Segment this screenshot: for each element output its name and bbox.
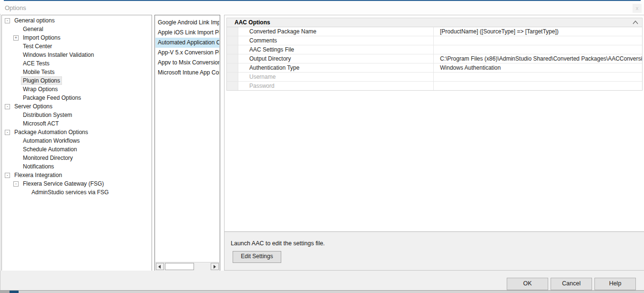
- tree-item-server-options[interactable]: -Server Options: [2, 102, 54, 111]
- property-label: AAC Settings File: [238, 45, 434, 54]
- options-dialog: Options x -General options General +Impo…: [0, 0, 644, 293]
- property-value-field: [437, 73, 642, 81]
- scrollbar-thumb[interactable]: [165, 263, 194, 270]
- arrow-left-icon: [158, 265, 161, 269]
- list-item-microsoft-intune-app-conversion[interactable]: Microsoft Intune App Con: [155, 68, 219, 78]
- collapse-icon[interactable]: -: [5, 130, 10, 135]
- property-row-password: Password: [227, 82, 642, 90]
- horizontal-scrollbar[interactable]: [155, 262, 219, 270]
- list-item-google-android-link-import[interactable]: Google Android Link Imp: [155, 18, 219, 28]
- property-row-converted-package-name: Converted Package Name [ProductName] ([S…: [227, 27, 642, 36]
- window-title: Options: [5, 4, 26, 11]
- list-item-appv-5x-conversion[interactable]: App-V 5.x Conversion Plu: [155, 48, 219, 58]
- property-label: Comments: [238, 36, 434, 45]
- property-value-field[interactable]: [437, 36, 642, 45]
- launch-aac-text: Launch AAC to edit the settings file.: [231, 240, 325, 247]
- scroll-right-button[interactable]: [211, 263, 219, 270]
- collapse-icon[interactable]: -: [13, 181, 19, 187]
- expand-icon[interactable]: +: [13, 35, 19, 41]
- options-tree: -General options General +Import Options…: [1, 15, 152, 271]
- scroll-left-button[interactable]: [156, 263, 164, 270]
- background-strip: [0, 291, 644, 293]
- property-label: Authentication Type: [238, 63, 434, 72]
- property-row-username: Username: [227, 73, 642, 82]
- arrow-right-icon: [214, 265, 216, 269]
- collapse-icon[interactable]: -: [5, 173, 10, 178]
- property-value-field[interactable]: C:\Program Files (x86)\AdminStudio Share…: [437, 54, 642, 63]
- edit-settings-button[interactable]: Edit Settings: [233, 251, 281, 263]
- collapse-icon[interactable]: -: [5, 18, 10, 23]
- close-icon[interactable]: x: [633, 4, 642, 13]
- property-row-comments: Comments: [227, 36, 642, 45]
- tree-item-monitored-directory[interactable]: Monitored Directory: [2, 154, 74, 162]
- tree-item-flexera-integration[interactable]: -Flexera Integration: [2, 171, 63, 179]
- tree-item-mobile-tests[interactable]: Mobile Tests: [2, 68, 56, 76]
- titlebar: Options x: [0, 1, 644, 14]
- tree-item-schedule-automation[interactable]: Schedule Automation: [2, 145, 78, 154]
- aac-property-grid: AAC Options Converted Package Name [Prod…: [226, 18, 643, 91]
- tree-item-import-options[interactable]: +Import Options: [2, 33, 62, 42]
- tree-item-microsoft-act[interactable]: Microsoft ACT: [2, 119, 60, 128]
- tree-item-ace-tests[interactable]: ACE Tests: [2, 59, 51, 68]
- property-label: Output Directory: [238, 54, 434, 63]
- background-strip-blue: [10, 291, 19, 293]
- tree-item-test-center[interactable]: Test Center: [2, 42, 53, 51]
- property-row-output-directory: Output Directory C:\Program Files (x86)\…: [227, 54, 642, 63]
- tree-item-plugin-options[interactable]: Plugin Options: [2, 76, 61, 85]
- tree-item-general[interactable]: General: [2, 25, 45, 33]
- property-value-field[interactable]: Windows Authentication: [437, 63, 642, 72]
- dialog-footer: OK Cancel Help: [0, 271, 644, 290]
- tree-item-package-feed-options[interactable]: Package Feed Options: [2, 94, 82, 102]
- aac-options-title: AAC Options: [235, 18, 270, 27]
- launch-aac-section: Launch AAC to edit the settings file. Ed…: [225, 231, 644, 270]
- help-button[interactable]: Help: [594, 278, 636, 290]
- tree-item-distribution-system[interactable]: Distribution System: [2, 111, 73, 119]
- property-value-field: [437, 82, 642, 90]
- property-value-field[interactable]: [ProductName] ([SourceType] => [TargetTy…: [437, 27, 642, 36]
- cancel-button[interactable]: Cancel: [551, 278, 592, 290]
- window-left-border: [0, 1, 0, 290]
- list-item-apple-ios-link-import[interactable]: Apple iOS Link Import Plu: [155, 28, 219, 38]
- property-row-aac-settings-file: AAC Settings File: [227, 45, 642, 54]
- aac-options-header: AAC Options: [227, 18, 642, 27]
- chevron-up-icon[interactable]: [633, 20, 638, 25]
- tree-item-general-options[interactable]: -General options: [2, 16, 56, 25]
- plugin-list-panel: Google Android Link Imp Apple iOS Link I…: [154, 15, 220, 271]
- list-item-appv-to-msix-conversion[interactable]: Appv to Msix Conversion: [155, 58, 219, 68]
- property-label: Converted Package Name: [238, 27, 434, 36]
- tree-item-windows-installer-validation[interactable]: Windows Installer Validation: [2, 51, 95, 59]
- property-value-field[interactable]: [437, 45, 642, 54]
- tree-item-adminstudio-services-via-fsg[interactable]: AdminStudio services via FSG: [2, 188, 110, 197]
- property-label: Username: [238, 73, 434, 81]
- tree-item-wrap-options[interactable]: Wrap Options: [2, 85, 59, 94]
- tree-item-automation-workflows[interactable]: Automation Workflows: [2, 136, 81, 145]
- tree-item-package-automation-options[interactable]: -Package Automation Options: [2, 128, 90, 136]
- list-item-automated-application-conversion[interactable]: Automated Application C: [155, 38, 219, 48]
- property-row-authentication-type: Authentication Type Windows Authenticati…: [227, 63, 642, 73]
- plugin-list: Google Android Link Imp Apple iOS Link I…: [155, 16, 219, 262]
- property-label: Password: [238, 82, 434, 90]
- aac-options-panel: AAC Options Converted Package Name [Prod…: [224, 15, 644, 271]
- tree-item-flexera-service-gateway[interactable]: -Flexera Service Gateway (FSG): [2, 179, 105, 188]
- background-strip-gray: [0, 291, 10, 293]
- tree-item-notifications[interactable]: Notifications: [2, 162, 55, 171]
- collapse-icon[interactable]: -: [5, 104, 10, 109]
- ok-button[interactable]: OK: [507, 278, 548, 290]
